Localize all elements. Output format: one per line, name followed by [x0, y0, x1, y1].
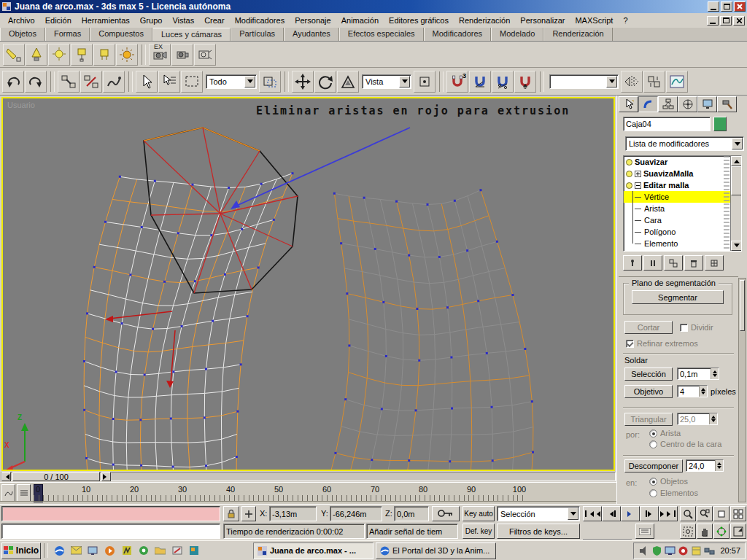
stack-row-elemento[interactable]: Elemento — [624, 238, 730, 249]
time-slider-prev-arrow[interactable] — [1, 472, 11, 481]
tab-efectos-especiales[interactable]: Efectos especiales — [339, 28, 424, 41]
scroll-down-icon[interactable] — [731, 241, 742, 251]
create-panel-tab[interactable] — [619, 96, 638, 112]
arista-radio[interactable]: Arista — [649, 429, 681, 438]
mdi-close-button[interactable] — [733, 16, 745, 26]
show-end-result-button[interactable] — [643, 255, 662, 271]
tray-antivirus-icon[interactable] — [651, 545, 662, 556]
radio-on-icon[interactable] — [649, 478, 657, 486]
x-coord-field[interactable]: -3,13m — [269, 506, 317, 521]
remove-modifier-button[interactable] — [684, 255, 703, 271]
maximize-button[interactable] — [721, 1, 732, 12]
arc-rotate-button[interactable] — [713, 524, 729, 539]
spinner-arrows-icon[interactable] — [711, 368, 719, 379]
go-to-start-button[interactable] — [583, 506, 602, 521]
triangular-spinner[interactable]: 25,0 — [677, 413, 718, 425]
angle-snap-button[interactable] — [469, 71, 491, 93]
menu-archivo[interactable]: Archivo — [3, 13, 40, 28]
segmentar-button[interactable]: Segmentar — [632, 290, 724, 304]
tab-particulas[interactable]: Partículas — [231, 28, 284, 41]
free-spotlight-icon[interactable] — [26, 44, 47, 66]
set-key-button[interactable] — [432, 506, 460, 521]
radio-off-icon[interactable] — [649, 440, 657, 448]
hierarchy-panel-tab[interactable] — [658, 96, 678, 112]
centro-cara-radio[interactable]: Centro de la cara — [649, 440, 721, 448]
select-and-link-icon[interactable] — [58, 71, 80, 93]
seleccion-weld-spinner[interactable]: 0,1m — [677, 368, 719, 380]
menu-vistas[interactable]: Vistas — [167, 13, 199, 28]
modify-panel-tab[interactable] — [638, 96, 658, 112]
menu-herramientas[interactable]: Herramientas — [77, 13, 135, 28]
open-mini-curve-editor-button[interactable] — [1, 484, 15, 502]
tab-objetos[interactable]: Objetos — [0, 28, 45, 41]
select-and-scale-button[interactable] — [337, 71, 359, 93]
percent-snap-button[interactable] — [492, 71, 514, 93]
align-button[interactable] — [643, 71, 665, 93]
spinner-snap-button[interactable] — [514, 71, 536, 93]
redo-button[interactable] — [25, 71, 47, 93]
def-key-button[interactable]: Def. key — [462, 524, 495, 539]
stack-row-arista[interactable]: Arista — [624, 203, 730, 214]
radio-on-icon[interactable] — [649, 429, 657, 438]
quicklaunch-folder-icon[interactable] — [152, 543, 168, 559]
go-to-end-button[interactable] — [659, 506, 678, 521]
zoom-all-button[interactable] — [697, 506, 713, 521]
cortar-button[interactable]: Cortar — [624, 321, 673, 334]
quicklaunch-winamp-icon[interactable] — [119, 543, 134, 559]
checkbox-checked-icon[interactable] — [626, 340, 634, 348]
menu-crear[interactable]: Crear — [199, 13, 230, 28]
menu-editores-graficos[interactable]: Editores gráficos — [384, 13, 454, 28]
descomponer-spinner[interactable]: 24,0 — [686, 459, 724, 472]
descomponer-button[interactable]: Descomponer — [624, 459, 683, 472]
reference-coord-combo[interactable]: Vista — [362, 74, 411, 89]
tab-modificadores[interactable]: Modificadores — [424, 28, 491, 41]
min-max-toggle-button[interactable] — [730, 524, 746, 539]
dropdown-arrow-icon[interactable] — [568, 508, 578, 520]
target-spotlight-icon[interactable] — [3, 44, 25, 66]
quicklaunch-ie-icon[interactable] — [52, 543, 67, 559]
scroll-up-icon[interactable] — [731, 156, 742, 166]
skylight-sun-icon[interactable] — [116, 44, 138, 66]
stack-row-vertice[interactable]: Vértice — [624, 191, 730, 203]
seleccion-weld-button[interactable]: Selección — [624, 368, 673, 381]
task-button-juana-de-arco[interactable]: Juana de arco.max - ... — [253, 542, 374, 559]
modifier-list-dropdown[interactable]: Lista de modificadores — [625, 136, 744, 151]
object-name-field[interactable] — [623, 117, 711, 131]
quicklaunch-mail-icon[interactable] — [69, 543, 84, 559]
motion-panel-tab[interactable] — [678, 96, 697, 112]
snap-toggle-3d-button[interactable]: 3 — [446, 71, 468, 93]
stack-row-cara[interactable]: Cara — [624, 214, 730, 226]
key-auto-button[interactable]: Key auto — [462, 506, 495, 521]
quicklaunch-media-player-icon[interactable] — [102, 543, 117, 559]
quicklaunch-3dsmax-icon[interactable] — [186, 543, 201, 559]
tab-luces-y-camaras[interactable]: Luces y cámaras — [152, 28, 231, 41]
select-and-move-button[interactable] — [292, 71, 314, 93]
menu-ayuda[interactable]: ? — [618, 13, 632, 28]
zoom-extents-button[interactable] — [713, 506, 729, 521]
zoom-region-button[interactable] — [680, 524, 696, 539]
radio-off-icon[interactable] — [649, 489, 657, 497]
keyboard-shortcut-toggle[interactable] — [635, 524, 654, 539]
undo-button[interactable] — [2, 71, 24, 93]
z-coord-field[interactable]: 0,0m — [394, 506, 429, 521]
selection-filter-combo[interactable]: Todo — [206, 74, 257, 89]
key-filters-button[interactable]: Filtros de keys... — [497, 524, 580, 539]
visibility-bulb-icon[interactable] — [626, 171, 632, 177]
scrollbar-thumb[interactable] — [731, 166, 742, 195]
select-and-rotate-button[interactable] — [314, 71, 336, 93]
triangular-button[interactable]: Triangular — [624, 413, 673, 426]
elementos-radio[interactable]: Elementos — [649, 489, 698, 497]
tab-compuestos[interactable]: Compuestos — [90, 28, 152, 41]
tab-modelado[interactable]: Modelado — [491, 28, 543, 41]
spinner-arrows-icon[interactable] — [709, 413, 717, 424]
display-panel-tab[interactable] — [697, 96, 717, 112]
dropdown-arrow-icon[interactable] — [606, 76, 617, 88]
menu-grupo[interactable]: Grupo — [135, 13, 168, 28]
menu-edicion[interactable]: Edición — [40, 13, 77, 28]
quicklaunch-paint-icon[interactable] — [169, 543, 185, 559]
viewport-label[interactable]: Usuario — [7, 101, 35, 109]
close-button[interactable] — [734, 1, 746, 12]
task-button-el-portal-3d[interactable]: El Portal del 3D y la Anim... — [376, 542, 496, 559]
menu-personalizar[interactable]: Personalizar — [515, 13, 570, 28]
spinner-arrows-icon[interactable] — [715, 460, 723, 471]
